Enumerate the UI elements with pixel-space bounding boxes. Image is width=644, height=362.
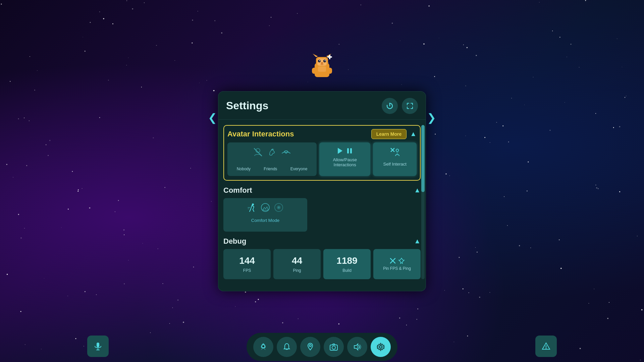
mic-icon bbox=[94, 342, 102, 351]
avatar-interactions-header: Avatar Interactions Learn More ▲ bbox=[227, 129, 417, 139]
comfort-circle-icon bbox=[274, 203, 283, 215]
svg-point-27 bbox=[396, 149, 399, 152]
fps-label: FPS bbox=[243, 268, 251, 273]
debug-title: Debug bbox=[223, 237, 246, 246]
svg-point-41 bbox=[309, 345, 311, 347]
comfort-mode-label: Comfort Mode bbox=[251, 218, 279, 223]
wing-left-decoration: ❮ bbox=[208, 111, 217, 124]
pin-fps-ping-button[interactable]: Pin FPS & Ping bbox=[373, 249, 421, 279]
self-interact-icon bbox=[390, 147, 400, 159]
fps-button[interactable]: 144 FPS bbox=[223, 249, 271, 279]
comfort-grid: Comfort Mode bbox=[223, 198, 421, 232]
scrollbar[interactable] bbox=[421, 125, 425, 279]
taskbar-right-area bbox=[535, 336, 557, 357]
build-label: Build bbox=[342, 268, 352, 273]
volume-icon bbox=[353, 343, 362, 351]
svg-marker-2 bbox=[313, 54, 318, 57]
comfort-section: Comfort ▲ bbox=[223, 186, 421, 232]
comfort-chevron[interactable]: ▲ bbox=[414, 186, 421, 194]
gear-icon bbox=[376, 343, 385, 351]
svg-point-11 bbox=[321, 62, 323, 64]
allow-pause-label: Allow/PauseInteractions bbox=[333, 157, 357, 168]
svg-point-34 bbox=[278, 206, 280, 208]
location-icon bbox=[306, 343, 315, 351]
pin-icon bbox=[398, 257, 405, 264]
comfort-mode-button[interactable]: Comfort Mode bbox=[223, 198, 307, 232]
nobody-icon bbox=[253, 147, 263, 160]
fullscreen-button[interactable] bbox=[402, 98, 418, 114]
power-button[interactable] bbox=[382, 98, 398, 114]
friends-icon bbox=[267, 147, 277, 160]
svg-rect-24 bbox=[350, 148, 352, 154]
svg-marker-44 bbox=[354, 344, 358, 350]
self-interact-button[interactable]: Self Interact bbox=[373, 142, 417, 176]
panel-title: Settings bbox=[226, 100, 268, 112]
svg-rect-14 bbox=[318, 66, 326, 72]
nobody-friends-everyone-group[interactable]: Nobody Friends Everyone bbox=[227, 142, 317, 176]
pin-label: Pin FPS & Ping bbox=[383, 266, 411, 271]
taskbar-center bbox=[247, 333, 397, 361]
location-button[interactable] bbox=[300, 337, 320, 357]
allow-pause-button[interactable]: Allow/PauseInteractions bbox=[319, 142, 370, 176]
svg-rect-13 bbox=[329, 55, 330, 59]
taskbar-left-area bbox=[87, 336, 109, 357]
interaction-icons-row bbox=[253, 147, 291, 160]
svg-rect-23 bbox=[347, 148, 349, 154]
svg-point-40 bbox=[262, 345, 264, 347]
friends-label: Friends bbox=[264, 167, 277, 171]
settings-button[interactable] bbox=[371, 337, 391, 357]
avatar-header-right: Learn More ▲ bbox=[371, 129, 417, 139]
svg-point-43 bbox=[332, 346, 335, 349]
mascot-avatar bbox=[309, 54, 335, 85]
mic-button[interactable] bbox=[87, 336, 109, 357]
pin-content: Pin FPS & Ping bbox=[383, 257, 411, 271]
svg-marker-22 bbox=[338, 148, 342, 154]
comfort-icons bbox=[247, 203, 283, 215]
fps-value: 144 bbox=[239, 255, 255, 266]
svg-point-10 bbox=[325, 60, 326, 61]
ping-button[interactable]: 44 Ping bbox=[273, 249, 321, 279]
panel-header: Settings bbox=[218, 91, 426, 120]
camera-icon bbox=[329, 343, 338, 351]
comfort-header: Comfort ▲ bbox=[223, 186, 421, 195]
taskbar bbox=[0, 332, 644, 362]
everyone-icon bbox=[281, 147, 291, 160]
mountain-icon bbox=[261, 203, 270, 215]
bell-button[interactable] bbox=[277, 337, 297, 357]
alert-button[interactable] bbox=[535, 336, 557, 357]
bell-icon bbox=[282, 343, 291, 351]
avatar-interactions-title: Avatar Interactions bbox=[227, 130, 294, 138]
camera-button[interactable] bbox=[324, 337, 344, 357]
avatar-interactions-chevron[interactable]: ▲ bbox=[410, 130, 417, 138]
learn-more-button[interactable]: Learn More bbox=[371, 129, 407, 139]
allow-pause-icons bbox=[336, 147, 353, 155]
settings-panel: Settings bbox=[218, 91, 426, 291]
build-value: 1189 bbox=[336, 255, 357, 266]
avatar-interactions-grid: Nobody Friends Everyone bbox=[227, 142, 417, 176]
avatar-interactions-section: Avatar Interactions Learn More ▲ bbox=[223, 125, 421, 181]
x-icon bbox=[389, 257, 396, 264]
svg-point-9 bbox=[319, 60, 320, 61]
debug-header: Debug ▲ bbox=[223, 237, 421, 246]
nobody-labels-row: Nobody Friends Everyone bbox=[230, 167, 314, 171]
header-buttons bbox=[382, 98, 418, 114]
svg-point-21 bbox=[285, 152, 287, 154]
scrollbar-thumb bbox=[421, 125, 425, 192]
running-icon bbox=[247, 203, 257, 215]
rocket-icon bbox=[259, 343, 268, 351]
debug-grid: 144 FPS 44 Ping 1189 Build bbox=[223, 249, 421, 279]
alert-icon bbox=[542, 342, 550, 351]
debug-chevron[interactable]: ▲ bbox=[414, 237, 421, 245]
volume-button[interactable] bbox=[347, 337, 367, 357]
svg-rect-16 bbox=[327, 68, 332, 74]
svg-point-48 bbox=[546, 348, 547, 349]
svg-rect-37 bbox=[97, 343, 99, 347]
debug-section: Debug ▲ 144 FPS 44 Ping 1189 Build bbox=[223, 237, 421, 279]
build-button[interactable]: 1189 Build bbox=[323, 249, 371, 279]
ping-label: Ping bbox=[293, 268, 301, 273]
rocket-button[interactable] bbox=[253, 337, 273, 357]
wing-right-decoration: ❮ bbox=[427, 111, 436, 124]
comfort-title: Comfort bbox=[223, 186, 252, 195]
self-interact-label: Self Interact bbox=[383, 162, 406, 167]
nobody-label: Nobody bbox=[237, 167, 251, 171]
